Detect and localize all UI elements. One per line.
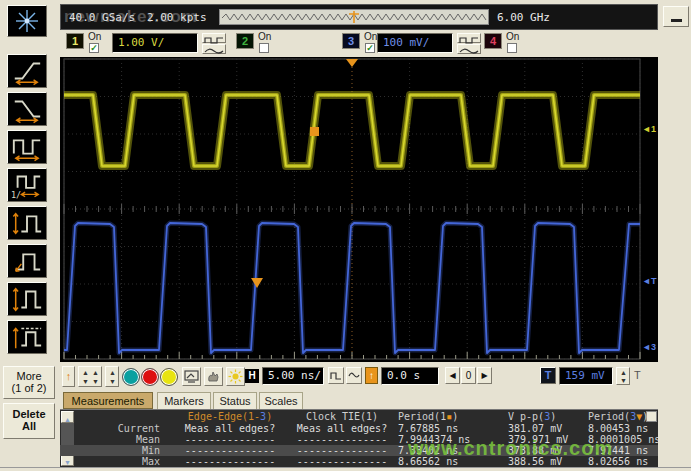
position-right-button[interactable]: ▶ [477,367,492,384]
trigger-label: T [634,369,641,381]
channel-3-checkbox[interactable]: ✓ [365,43,375,53]
period-icon [8,153,46,165]
channel-2-button[interactable]: 2 [236,33,254,49]
display-icon [183,375,200,387]
more-button[interactable]: More (1 of 2) [3,366,55,399]
channel-4-button[interactable]: 4 [484,33,502,49]
position-left-button[interactable]: ◀ [445,367,460,384]
channel-1-coupling-button[interactable] [202,33,226,43]
vertical-spinner-group[interactable]: ▲ ▼ ▲ ▼ [78,366,102,387]
delay-display[interactable]: 0.0 s [381,367,439,385]
measure-vpp-button[interactable] [7,282,47,316]
bottom-strip [0,467,691,471]
trigger-icon[interactable]: T [540,367,556,384]
channel-3-level-marker[interactable]: ◄3 [642,343,656,352]
measure-fall-time-button[interactable] [7,92,47,126]
touch-button[interactable] [204,367,223,386]
acquisition-preview-bar[interactable] [219,9,489,25]
channel-4-checkbox[interactable] [507,43,517,53]
measure-rise-time-button[interactable] [7,54,47,88]
preview-waveform-icon [220,10,488,24]
app-logo[interactable] [7,5,47,37]
scope-grid [60,57,658,362]
brightness-button[interactable] [226,367,245,386]
measure-period-button[interactable] [7,130,47,164]
measurement-row-current: Current Meas all edges? Meas all edges? … [60,423,658,434]
hand-icon [205,375,222,387]
channel-bar: 1 On ✓ 1.00 V/ 2 On 3 On ✓ 100 mV/ 4 On [60,31,658,57]
spinner-down-icon: ▼ [82,378,89,385]
overshoot-icon [8,267,46,279]
left-arrow-icon: ◄ [642,276,651,286]
timebase-display[interactable]: 5.00 ns/ [262,367,324,385]
trigger-level-spinner[interactable]: ▲ ▼ [616,367,630,385]
measurement-row-mean: Mean --------------- --------------- 7.9… [60,434,658,445]
measurements-header-row: Edge-Edge(1-3) Clock TIE(1) Period(1▪) V… [60,411,658,422]
frequency-icon: 1/ [8,191,46,203]
zoom-normal-button[interactable] [328,367,344,384]
marker-color-yellow-button[interactable] [160,368,178,386]
horizontal-icon: H [245,369,259,383]
measurement-row-min: Min --------------- --------------- 7.33… [60,445,658,456]
vtop-icon [8,343,46,355]
measure-frequency-button[interactable]: 1/ [7,168,47,202]
channel-1-button[interactable]: 1 [66,33,84,49]
channel-1-bw-button[interactable] [202,44,226,54]
channel-3-on-label: On [364,31,377,42]
delete-all-label-2: All [4,420,54,432]
channel-3-bw-button[interactable] [457,44,481,54]
minimize-button[interactable] [663,6,689,27]
tab-bar: Measurements Markers Status Scales [60,392,658,409]
delete-all-button[interactable]: Delete All [3,403,55,439]
trigger-arrow-button[interactable]: ↑ [62,366,75,387]
spinner-up-icon: ▲ [109,369,116,376]
sample-rate-text: 40.0 GSa/s [69,11,135,24]
position-zero-button[interactable]: 0 [461,367,476,384]
measure-overshoot-button[interactable] [7,244,47,278]
marker-color-teal-button[interactable] [122,368,140,386]
channel-1-scale-display[interactable]: 1.00 V/ [112,33,198,53]
spinner-down-icon: ▼ [620,377,627,384]
channel-2-on-label: On [258,31,271,42]
sine-wave-icon [347,373,361,385]
zoom-sine-button[interactable] [346,367,362,384]
channel-3-scale-display[interactable]: 100 mV/ [377,33,453,53]
channel-3-coupling-button[interactable] [457,33,481,43]
measurement-row-max: Max --------------- --------------- 8.66… [60,456,658,467]
measure-amplitude-button[interactable] [7,206,47,240]
left-arrow-icon: ◄ [642,342,651,352]
arrow-up-icon: ↑ [369,370,374,381]
channel-4-on-label: On [506,31,519,42]
status-titlebar: 40.0 GSa/s 2.00 kpts 6.00 GHz [60,4,658,30]
channel-1-checkbox[interactable]: ✓ [89,43,99,53]
arrow-up-icon: ↑ [66,370,72,382]
more-button-label: More [4,370,54,382]
channel-3-button[interactable]: 3 [342,33,360,49]
tab-scales[interactable]: Scales [259,392,303,409]
offset-spinner[interactable]: ▲ ▼ [105,366,119,387]
tab-status[interactable]: Status [213,392,257,409]
trigger-level-display[interactable]: 159 mV [559,367,613,385]
channel-1-level-marker[interactable]: ◄1 [642,125,656,134]
channel-1-drag-marker [310,127,319,136]
minimize-icon [671,19,682,22]
measure-vtop-button[interactable] [7,320,47,354]
trigger-level-marker[interactable]: ◄T [642,277,656,286]
tab-markers[interactable]: Markers [157,392,211,409]
pulse-icon [329,373,343,385]
vpp-icon [8,305,46,317]
sine-wave-icon [203,45,225,57]
spinner-down-icon: ▼ [92,378,99,385]
channel-2-checkbox[interactable] [259,43,269,53]
scope-display[interactable]: ◄1 ◄T ◄3 [60,57,658,362]
tab-measurements[interactable]: Measurements [63,392,153,409]
horizontal-position-button[interactable]: ↑ [365,367,378,384]
oscilloscope-window: 1/ More (1 of 2) Delete All [0,0,691,471]
rise-time-icon [8,77,46,89]
display-settings-button[interactable] [182,367,201,386]
marker-color-red-button[interactable] [141,368,159,386]
brightness-icon [227,375,244,387]
spinner-up-icon: ▲ [82,369,89,376]
sine-wave-icon [458,45,480,57]
svg-text:1/: 1/ [11,190,21,200]
